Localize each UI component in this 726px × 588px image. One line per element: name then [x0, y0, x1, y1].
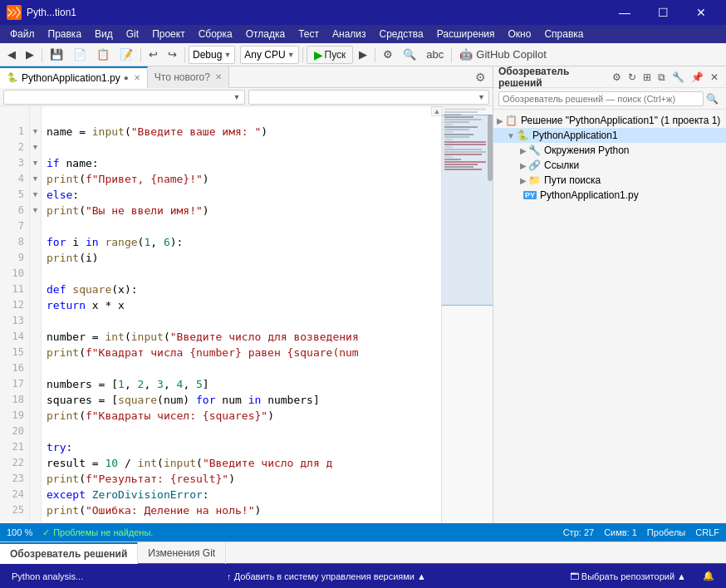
cpu-config-arrow: ▼ [287, 51, 295, 59]
solution-panel-icon4[interactable]: ⧉ [655, 70, 668, 85]
minimap-scrollbar-thumb[interactable] [488, 115, 493, 181]
menu-debug[interactable]: Отладка [239, 27, 292, 42]
code-nav-dropdown[interactable]: ▼ [3, 90, 245, 105]
status-encoding[interactable]: CRLF [695, 527, 719, 537]
tree-item-refs[interactable]: ▶ 🔗 Ссылки [493, 158, 726, 173]
taskbar: Python analysis... ↑ Добавить в систему … [0, 563, 726, 588]
solution-panel-icon5[interactable]: 🔧 [670, 70, 687, 85]
menu-edit[interactable]: Правка [42, 27, 89, 42]
solution-panel-icon3[interactable]: ⊞ [640, 70, 654, 85]
toolbar-back-btn[interactable]: ◀ [3, 46, 20, 64]
minimap [441, 106, 493, 523]
tab-settings-btn[interactable]: ⚙ [468, 71, 493, 84]
tab-editor-active[interactable]: 🐍 PythonApplication1.py ● ✕ [0, 66, 148, 88]
code-line-2-empty [47, 140, 436, 155]
toolbar-misc1[interactable]: ⚙ [379, 46, 397, 64]
menu-view[interactable]: Вид [88, 27, 120, 42]
code-line-23: print(f"Результат: {result}") [47, 471, 436, 487]
tab-whatsnew[interactable]: Что нового? ✕ [148, 66, 229, 88]
debug-config-dropdown[interactable]: Debug ▼ [189, 46, 235, 64]
tree-item-project[interactable]: ▼ 🐍 PythonApplication1 [493, 128, 726, 143]
fold-for[interactable]: ▼ [30, 155, 41, 171]
status-zoom[interactable]: 100 % [7, 527, 32, 537]
code-line-18: squares = [square(num) for num in number… [47, 392, 436, 408]
toolbar-sep1 [42, 47, 42, 62]
toolbar-run2-btn[interactable]: ▶ [355, 46, 371, 64]
line-num-8: 7 [0, 218, 24, 234]
line-num-22: 21 [0, 439, 24, 455]
toolbar-btn4[interactable]: 📝 [115, 46, 137, 64]
maximize-button[interactable]: ☐ [645, 0, 681, 25]
menu-file[interactable]: Файл [3, 27, 42, 42]
code-member-dropdown[interactable]: ▼ [248, 90, 490, 105]
solution-panel-close[interactable]: ✕ [708, 70, 721, 85]
tab-whatsnew-close[interactable]: ✕ [215, 72, 222, 81]
solution-panel-icon2[interactable]: ↻ [625, 70, 639, 85]
solution-panel-pin[interactable]: 📌 [689, 70, 706, 85]
solution-search-input[interactable] [498, 91, 704, 106]
fold-if[interactable]: ▼ [30, 124, 41, 140]
status-bar-right: Стр: 27 Симв: 1 Пробелы CRLF [563, 527, 719, 537]
taskbar-vcs-btn[interactable]: ↑ Добавить в систему управления версиями… [222, 570, 431, 583]
title-bar-left: Pyth...tion1 [7, 5, 76, 20]
scroll-up-btn[interactable]: ▲ [431, 106, 443, 116]
toolbar-misc2[interactable]: 🔍 [399, 46, 420, 64]
line-num-14: 13 [0, 313, 24, 329]
fold-indicators: ▼ ▼ ▼ ▼ [30, 106, 42, 523]
minimize-button[interactable]: — [606, 0, 643, 25]
menu-analyze[interactable]: Анализ [326, 27, 373, 42]
menu-extensions[interactable]: Расширения [430, 27, 502, 42]
tree-item-searchpaths[interactable]: ▶ 📁 Пути поиска [493, 173, 726, 188]
code-line-11: def square(x): [47, 282, 436, 297]
tab-whatsnew-label: Что нового? [155, 71, 210, 83]
menu-tools[interactable]: Средства [373, 27, 430, 42]
tree-refs-arrow: ▶ [520, 161, 527, 170]
menu-help[interactable]: Справка [537, 27, 590, 42]
code-line-21: try: [47, 439, 436, 455]
fold-def[interactable]: ▼ [30, 171, 41, 187]
tab-close-btn[interactable]: ✕ [134, 73, 140, 82]
run-button[interactable]: ▶ Пуск [307, 46, 354, 64]
solution-search-icon[interactable]: 🔍 [704, 91, 721, 106]
cpu-config-dropdown[interactable]: Any CPU ▼ [240, 46, 298, 64]
fold-except[interactable]: ▼ [30, 203, 41, 218]
solution-panel-icon1[interactable]: ⚙ [610, 70, 624, 85]
menu-window[interactable]: Окно [501, 27, 537, 42]
github-copilot-btn[interactable]: 🤖 GitHub Copilot [455, 46, 551, 64]
toolbar-save-btn[interactable]: 💾 [46, 46, 67, 64]
menu-test[interactable]: Тест [292, 27, 326, 42]
menu-git[interactable]: Git [120, 27, 145, 42]
tree-item-solution[interactable]: ▶ 📋 Решение "PythonApplication1" (1 прое… [493, 113, 726, 128]
menu-project[interactable]: Проект [145, 27, 192, 42]
github-copilot-label: GitHub Copilot [476, 48, 547, 61]
code-line-16-empty [47, 360, 436, 376]
taskbar-bell-btn[interactable]: 🔔 [698, 569, 719, 583]
toolbar-redo-btn[interactable]: ↪ [164, 46, 181, 64]
tree-pyfile-icon: PY [523, 191, 537, 199]
toolbar-undo-btn[interactable]: ↩ [145, 46, 162, 64]
code-line-13-empty [47, 313, 436, 329]
toolbar-btn2[interactable]: 📄 [69, 46, 91, 64]
bottom-tab-solution[interactable]: Обозреватель решений [0, 542, 138, 564]
taskbar-repo-btn[interactable]: 🗔 Выбрать репозиторий ▲ [565, 570, 691, 583]
toolbar-forward-btn[interactable]: ▶ [22, 46, 38, 64]
tree-project-label: PythonApplication1 [532, 130, 618, 141]
code-editor[interactable]: 1 2 3 4 5 6 7 8 9 10 11 12 13 14 [0, 106, 441, 523]
cpu-config-label: Any CPU [244, 49, 285, 61]
status-spaces[interactable]: Пробелы [647, 527, 685, 537]
taskbar-analysis-btn[interactable]: Python analysis... [7, 570, 88, 583]
fold-else[interactable]: ▼ [30, 140, 41, 155]
toolbar-misc3[interactable]: abc [422, 46, 448, 64]
tree-item-python-envs[interactable]: ▶ 🔧 Окружения Python [493, 143, 726, 158]
code-line-20-empty [47, 424, 436, 439]
bottom-tab-git[interactable]: Изменения Git [138, 542, 226, 564]
line-num-11: 10 [0, 266, 24, 282]
title-bar-title: Pyth...tion1 [27, 7, 76, 18]
toolbar-btn3[interactable]: 📋 [92, 46, 114, 64]
code-text-area[interactable]: name = input("Введите ваше имя: ") if na… [42, 106, 441, 523]
tree-item-pyfile[interactable]: PY PythonApplication1.py [493, 188, 726, 203]
fold-try[interactable]: ▼ [30, 187, 41, 203]
tree-refs-icon: 🔗 [528, 159, 541, 171]
close-button[interactable]: ✕ [683, 0, 719, 25]
menu-build[interactable]: Сборка [192, 27, 239, 42]
